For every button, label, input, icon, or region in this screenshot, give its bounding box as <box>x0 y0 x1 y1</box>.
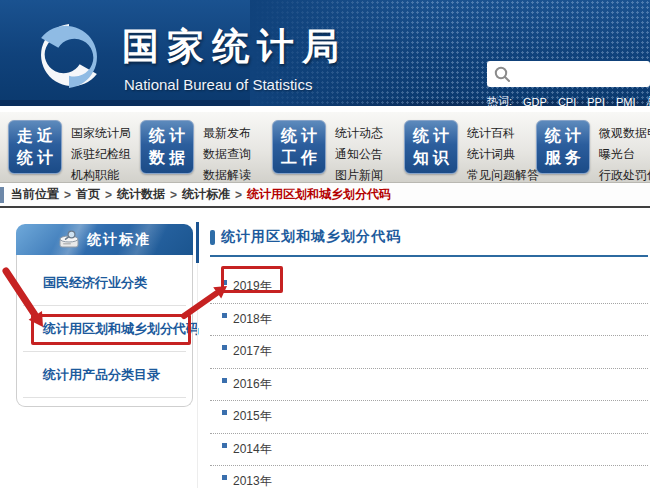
nav-tab-label: 统计 <box>541 125 585 147</box>
nav-tab-data[interactable]: 统计 数据 <box>140 120 194 174</box>
nav-link[interactable]: 通知公告 <box>335 144 383 165</box>
bullet-icon <box>222 378 227 383</box>
nav-link[interactable]: 统计百科 <box>467 123 539 144</box>
nav-tab-knowledge[interactable]: 统计 知识 <box>404 120 458 174</box>
sidebar-item-product-catalog[interactable]: 统计用产品分类目录 <box>23 352 186 398</box>
content-divider-light <box>197 263 198 488</box>
breadcrumb-data[interactable]: 统计数据 <box>117 186 165 203</box>
page: 国家统计局 National Bureau of Statistics 热词: … <box>0 0 650 488</box>
breadcrumb-separator: > <box>105 188 112 202</box>
breadcrumb-separator: > <box>235 188 242 202</box>
nav-link[interactable]: 曝光台 <box>599 144 650 165</box>
nav-link[interactable]: 统计动态 <box>335 123 383 144</box>
nav-tab-label: 统计 <box>409 125 453 147</box>
bullet-icon <box>222 345 227 350</box>
year-row-2016[interactable]: 2016年 <box>210 369 648 402</box>
nav-tab-label: 数据 <box>145 147 189 169</box>
year-link-2017[interactable]: 2017年 <box>233 343 272 360</box>
nav-tab-label: 统计 <box>277 125 321 147</box>
bullet-icon <box>222 443 227 448</box>
nav-tab-label: 知识 <box>409 147 453 169</box>
database-search-icon <box>58 230 80 249</box>
sidebar-item-division-codes[interactable]: 统计用区划和城乡划分代码 <box>23 306 186 352</box>
year-row-2018[interactable]: 2018年 <box>210 304 648 337</box>
nav-link[interactable]: 统计词典 <box>467 144 539 165</box>
sidebar: 统计标准 国民经济行业分类 统计用区划和城乡划分代码 统计用产品分类目录 <box>16 224 193 407</box>
year-row-2019[interactable]: 2019年 <box>210 271 648 304</box>
year-link-2018[interactable]: 2018年 <box>233 311 272 328</box>
year-row-2014[interactable]: 2014年 <box>210 434 648 467</box>
breadcrumb-separator: > <box>170 188 177 202</box>
breadcrumb-home[interactable]: 首页 <box>76 186 100 203</box>
hot-word-gdp[interactable]: GDP <box>523 96 547 108</box>
title-tick-icon <box>210 230 215 245</box>
site-subtitle: National Bureau of Statistics <box>124 76 312 93</box>
bullet-icon <box>222 280 227 285</box>
year-link-2015[interactable]: 2015年 <box>233 408 272 425</box>
sidebar-header: 统计标准 <box>16 224 193 255</box>
nav-section-data: 统计 数据 最新发布 数据查询 数据解读 <box>140 120 251 186</box>
nav-tab-label: 走近 <box>13 125 57 147</box>
nav-link[interactable]: 派驻纪检组 <box>71 144 131 165</box>
hot-word-population[interactable]: 总人口 <box>647 94 650 109</box>
year-row-2015[interactable]: 2015年 <box>210 401 648 434</box>
title-rule <box>210 255 648 257</box>
hot-word-cpi[interactable]: CPI <box>558 96 576 108</box>
nav-tab-about[interactable]: 走近 统计 <box>8 120 62 174</box>
search-input[interactable] <box>511 67 644 81</box>
sidebar-title: 统计标准 <box>87 231 151 249</box>
hot-word-pmi[interactable]: PMI <box>616 96 636 108</box>
breadcrumb-accent-bar <box>0 187 4 203</box>
sidebar-item-industry-classification[interactable]: 国民经济行业分类 <box>23 260 186 306</box>
breadcrumb-standards[interactable]: 统计标准 <box>182 186 230 203</box>
year-row-2017[interactable]: 2017年 <box>210 336 648 369</box>
nav-tab-label: 服务 <box>541 147 585 169</box>
hot-words-label: 热词: <box>487 94 512 109</box>
breadcrumb-prefix: 当前位置 <box>11 186 59 203</box>
content-divider <box>196 222 199 263</box>
bullet-icon <box>222 410 227 415</box>
hot-words: 热词: GDP CPI PPI PMI 总人口 <box>487 94 650 109</box>
nav-link[interactable]: 微观数据申请 <box>599 123 650 144</box>
nbs-logo-icon[interactable] <box>28 18 110 94</box>
breadcrumb-separator: > <box>64 188 71 202</box>
nav-link[interactable]: 国家统计局 <box>71 123 131 144</box>
year-link-2013[interactable]: 2013年 <box>233 473 272 488</box>
sidebar-body: 国民经济行业分类 统计用区划和城乡划分代码 统计用产品分类目录 <box>16 255 193 407</box>
year-link-2014[interactable]: 2014年 <box>233 441 272 458</box>
year-link-2019[interactable]: 2019年 <box>233 278 272 295</box>
search-box[interactable] <box>487 61 650 87</box>
nav-section-service: 统计 服务 微观数据申请 曝光台 行政处罚信息 <box>536 120 650 186</box>
site-header: 国家统计局 National Bureau of Statistics 热词: … <box>0 0 650 106</box>
year-link-2016[interactable]: 2016年 <box>233 376 272 393</box>
nav-section-work: 统计 工作 统计动态 通知公告 图片新闻 <box>272 120 383 186</box>
nav-tab-label: 工作 <box>277 147 321 169</box>
nav-tab-label: 统计 <box>145 125 189 147</box>
site-title: 国家统计局 <box>122 22 347 72</box>
bullet-icon <box>222 475 227 480</box>
nav-tab-service[interactable]: 统计 服务 <box>536 120 590 174</box>
main-panel: 统计用区划和城乡划分代码 2019年 2018年 2017年 2016年 <box>210 228 648 488</box>
main-nav: 走近 统计 国家统计局 派驻纪检组 机构职能 统计 数据 最新发布 数据查询 数… <box>0 112 650 183</box>
search-icon <box>493 65 511 83</box>
nav-section-knowledge: 统计 知识 统计百科 统计词典 常见问题解答 <box>404 120 539 186</box>
year-list: 2019年 2018年 2017年 2016年 2015年 2014年 <box>210 271 648 488</box>
breadcrumb-current: 统计用区划和城乡划分代码 <box>247 186 391 203</box>
nav-link[interactable]: 最新发布 <box>203 123 251 144</box>
nav-link[interactable]: 数据查询 <box>203 144 251 165</box>
breadcrumb: 当前位置 > 首页 > 统计数据 > 统计标准 > 统计用区划和城乡划分代码 <box>0 183 650 208</box>
year-row-2013[interactable]: 2013年 <box>210 466 648 488</box>
bullet-icon <box>222 313 227 318</box>
nav-tab-work[interactable]: 统计 工作 <box>272 120 326 174</box>
nav-section-about: 走近 统计 国家统计局 派驻纪检组 机构职能 <box>8 120 131 186</box>
page-title: 统计用区划和城乡划分代码 <box>221 228 401 246</box>
hot-word-ppi[interactable]: PPI <box>587 96 605 108</box>
nav-tab-label: 统计 <box>13 147 57 169</box>
